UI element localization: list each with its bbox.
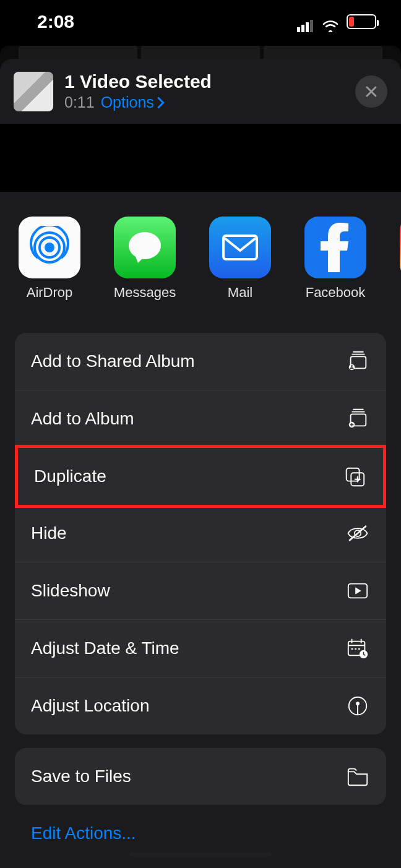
messages-icon xyxy=(114,217,176,278)
share-app-mail[interactable]: Mail xyxy=(209,217,271,301)
share-app-facebook[interactable]: Facebook xyxy=(304,217,366,301)
chevron-right-icon xyxy=(157,97,165,109)
app-label: Mail xyxy=(228,285,252,301)
status-indicators xyxy=(297,14,376,29)
action-hide[interactable]: Hide xyxy=(15,505,386,562)
selection-title: 1 Video Selected xyxy=(64,71,344,92)
video-duration: 0:11 xyxy=(64,93,95,111)
svg-rect-0 xyxy=(297,27,300,32)
action-save-to-files[interactable]: Save to Files xyxy=(15,748,386,805)
app-label: Messages xyxy=(114,285,176,301)
action-adjust-date-time[interactable]: Adjust Date & Time xyxy=(15,620,386,677)
action-duplicate[interactable]: Duplicate xyxy=(15,445,386,508)
svg-rect-8 xyxy=(223,236,257,259)
slideshow-icon xyxy=(345,578,370,603)
calendar-clock-icon xyxy=(345,636,370,661)
selected-video-thumbnail[interactable] xyxy=(14,72,53,111)
action-add-album[interactable]: Add to Album xyxy=(15,390,386,448)
app-label: Facebook xyxy=(306,285,366,301)
mail-icon xyxy=(209,217,271,278)
action-add-shared-album[interactable]: Add to Shared Album xyxy=(15,333,386,390)
svg-rect-3 xyxy=(310,20,313,32)
add-album-icon xyxy=(345,406,370,431)
actions-group-save: Save to Files xyxy=(15,748,386,805)
svg-rect-2 xyxy=(306,22,309,32)
action-adjust-location[interactable]: Adjust Location xyxy=(15,677,386,734)
svg-point-7 xyxy=(129,232,161,259)
battery-low-icon xyxy=(347,14,376,29)
facebook-icon xyxy=(304,217,366,278)
edit-actions-button[interactable]: Edit Actions... xyxy=(0,805,401,862)
share-apps-row[interactable]: AirDrop Messages Mail Facebook Ins xyxy=(0,192,401,319)
svg-point-11 xyxy=(351,365,353,367)
share-sheet: 1 Video Selected 0:11 Options AirDrop xyxy=(0,59,401,868)
folder-icon xyxy=(345,764,370,789)
wifi-icon xyxy=(322,15,339,28)
cellular-icon xyxy=(297,15,314,28)
sheet-header: 1 Video Selected 0:11 Options xyxy=(0,59,401,124)
location-icon xyxy=(345,694,370,718)
options-button[interactable]: Options xyxy=(101,93,165,111)
status-bar: 2:08 xyxy=(0,0,401,38)
shared-album-icon xyxy=(345,349,370,374)
close-icon xyxy=(364,85,378,98)
actions-group-main: Add to Shared Album Add to Album Duplica… xyxy=(15,333,386,734)
share-app-airdrop[interactable]: AirDrop xyxy=(19,217,80,301)
svg-point-4 xyxy=(45,243,54,252)
close-button[interactable] xyxy=(355,75,387,108)
action-slideshow[interactable]: Slideshow xyxy=(15,562,386,620)
app-label: AirDrop xyxy=(27,285,73,301)
airdrop-icon xyxy=(19,217,80,278)
duplicate-icon xyxy=(342,464,367,489)
content-gap xyxy=(0,124,401,192)
share-app-messages[interactable]: Messages xyxy=(114,217,176,301)
hide-icon xyxy=(345,521,370,546)
status-time: 2:08 xyxy=(37,11,74,32)
svg-rect-1 xyxy=(301,25,304,32)
